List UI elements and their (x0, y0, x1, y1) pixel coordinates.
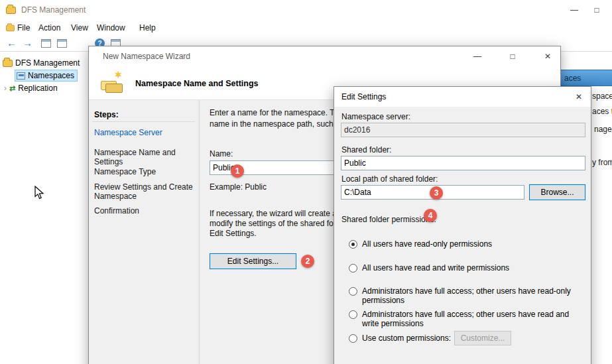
menu-help[interactable]: Help (139, 23, 156, 32)
edit-settings-close-button[interactable]: ✕ (570, 90, 588, 104)
menubar: File Action View Window Help (0, 20, 612, 35)
radio-option-custom-permissions[interactable]: Use custom permissions: (349, 334, 451, 343)
namespaces-icon (17, 72, 25, 80)
customize-button: Customize... (454, 331, 511, 345)
dfs-root-icon (3, 60, 13, 67)
mouse-cursor (34, 186, 44, 200)
wizard-title: New Namespace Wizard (103, 52, 190, 61)
maximize-button[interactable]: □ (587, 3, 606, 17)
radio-option-admin-full-readwrite[interactable]: Administrators have full access; other u… (349, 310, 587, 328)
back-icon[interactable]: ← (7, 37, 17, 48)
radio-button[interactable] (349, 334, 357, 343)
forward-icon[interactable]: → (23, 37, 32, 48)
callout-badge-4: 4 (424, 209, 437, 222)
wizard-note-line1: If necessary, the wizard will create a s… (210, 209, 355, 219)
wizard-page-heading: Namespace Name and Settings (135, 79, 259, 88)
bg-text-fragment: nagen (594, 125, 612, 134)
menu-window[interactable]: Window (97, 23, 125, 32)
wizard-titlebar: New Namespace Wizard — □ ✕ (89, 46, 560, 66)
local-path-label: Local path of shared folder: (341, 174, 438, 184)
console-icon (6, 25, 15, 31)
step-review-settings: Review Settings and Create Namespace (94, 182, 195, 201)
chevron-right-icon[interactable]: › (4, 84, 7, 93)
edit-settings-titlebar: Edit Settings ✕ (334, 87, 591, 107)
radio-label: All users have read and write permission… (362, 263, 509, 273)
radio-label: Use custom permissions: (362, 334, 451, 343)
radio-option-read-only[interactable]: All users have read-only permissions (349, 239, 492, 249)
wizard-close-button[interactable]: ✕ (538, 49, 557, 64)
menu-file[interactable]: File (17, 23, 30, 32)
radio-label: Administrators have full access; other u… (362, 310, 587, 328)
step-namespace-server[interactable]: Namespace Server (94, 128, 195, 137)
radio-option-read-write[interactable]: All users have read and write permission… (349, 263, 509, 273)
browse-button[interactable]: Browse... (529, 184, 585, 200)
bg-text-fragment: aces t (592, 107, 612, 116)
minimize-button[interactable]: — (565, 3, 583, 17)
steps-title: Steps: (94, 110, 119, 119)
bg-text-fragment: space... (592, 91, 612, 101)
show-tree-icon[interactable] (41, 39, 51, 48)
replication-icon: ⇄ (9, 84, 15, 93)
tree-root-label: DFS Management (15, 58, 80, 68)
wizard-steps-panel: Steps: Namespace Server Namespace Name a… (89, 100, 200, 364)
wizard-note-line3: Edit Settings. (210, 229, 257, 239)
radio-button[interactable] (349, 287, 357, 296)
console-tree: DFS Management Namespaces › ⇄ Replicatio… (0, 52, 88, 364)
shared-folder-field[interactable] (341, 156, 585, 170)
wizard-intro-line2: name in the namespace path, such as \\ (210, 119, 351, 129)
example-text: Example: Public (210, 182, 267, 192)
radio-button[interactable] (349, 310, 357, 319)
sparkle-icon: ✶ (114, 69, 123, 81)
namespace-server-field[interactable] (341, 123, 585, 137)
tree-item-namespaces[interactable]: Namespaces (15, 70, 78, 82)
dfs-app-icon (6, 7, 16, 14)
radio-button[interactable] (349, 264, 357, 273)
step-confirmation: Confirmation (94, 206, 195, 215)
tree-root-dfs-management[interactable]: DFS Management (3, 57, 80, 69)
tree-item-namespaces-label: Namespaces (28, 71, 74, 80)
menu-action[interactable]: Action (38, 23, 60, 32)
namespace-server-label: Namespace server: (341, 112, 410, 122)
results-pane-header: aces (561, 70, 612, 86)
screen: DFS Management — □ File Action View Wind… (0, 0, 612, 364)
callout-badge-2: 2 (301, 255, 314, 268)
shared-folder-label: Shared folder: (341, 145, 391, 155)
permissions-label: Shared folder permissions: (341, 215, 436, 225)
main-titlebar: DFS Management — □ (0, 0, 612, 20)
bg-text-fragment: y from (592, 158, 612, 167)
callout-badge-1: 1 (231, 164, 244, 178)
new-namespace-icon: ✶ (99, 70, 127, 95)
steps-divider (92, 121, 195, 122)
radio-label: All users have read-only permissions (362, 239, 492, 249)
menu-view[interactable]: View (71, 23, 88, 32)
wizard-minimize-button[interactable]: — (468, 49, 487, 64)
tree-item-replication-label: Replication (18, 84, 57, 93)
edit-settings-dialog: Edit Settings ✕ Namespace server: Shared… (334, 86, 591, 364)
name-label: Name: (210, 149, 233, 159)
callout-badge-3: 3 (430, 186, 443, 200)
tree-item-replication[interactable]: › ⇄ Replication (4, 82, 58, 94)
step-namespace-type: Namespace Type (94, 167, 195, 176)
wizard-maximize-button[interactable]: □ (503, 49, 522, 64)
main-window-title: DFS Management (21, 5, 86, 15)
edit-settings-button[interactable]: Edit Settings... (210, 253, 296, 269)
radio-label: Administrators have full access; other u… (362, 286, 587, 305)
radio-button[interactable] (349, 240, 357, 249)
export-list-icon[interactable] (57, 39, 67, 48)
radio-option-admin-full-readonly[interactable]: Administrators have full access; other u… (349, 286, 587, 305)
edit-settings-title: Edit Settings (341, 92, 386, 101)
step-namespace-name-settings: Namespace Name and Settings (94, 148, 195, 166)
